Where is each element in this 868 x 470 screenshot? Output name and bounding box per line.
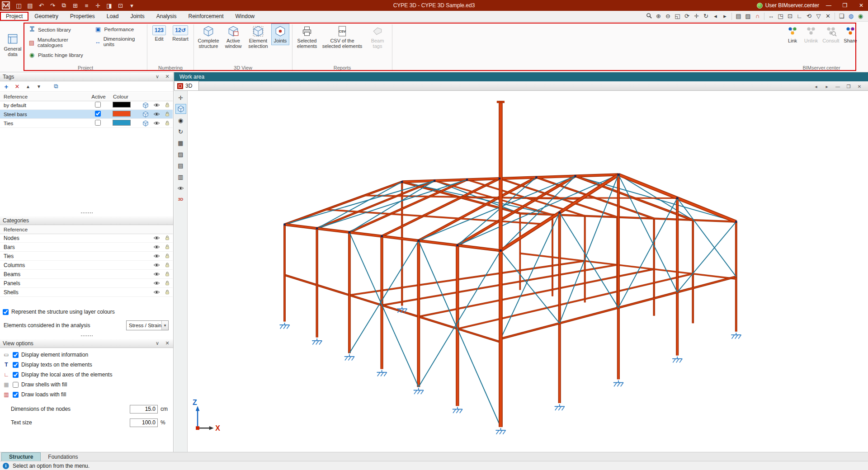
tag-view3d-icon[interactable] <box>140 102 151 108</box>
tag-visible-icon[interactable] <box>151 121 162 126</box>
shells-fill-checkbox[interactable] <box>13 382 19 388</box>
category-lock-icon[interactable] <box>162 262 173 268</box>
refresh-icon[interactable]: ⟲ <box>804 13 814 19</box>
numbering-restart-button[interactable]: 12↺ Restart <box>170 24 191 43</box>
node-dimensions-input[interactable] <box>130 405 158 414</box>
analysis-elements-select[interactable]: Stress / Strain ▾ <box>126 320 169 330</box>
tag-active-checkbox[interactable] <box>95 120 101 126</box>
next-window-button[interactable]: ▸ <box>822 83 832 90</box>
coordinate-axes-icon[interactable]: ✛ <box>175 93 186 103</box>
category-lock-icon[interactable] <box>162 235 173 241</box>
category-visible-icon[interactable] <box>151 235 162 240</box>
tags-close-icon[interactable]: ✕ <box>164 74 170 80</box>
category-lock-icon[interactable] <box>162 280 173 286</box>
scale-icon[interactable]: ⊡ <box>785 13 795 19</box>
pan-icon[interactable]: ✛ <box>692 13 701 19</box>
grid-icon[interactable]: ▤ <box>175 160 186 170</box>
ortho-icon[interactable]: ∟ <box>795 13 804 19</box>
save-icon[interactable]: ◫ <box>14 2 24 9</box>
print-icon[interactable]: ▤ <box>25 2 35 9</box>
close-button[interactable]: ✕ <box>854 0 868 11</box>
restore-button[interactable]: ❐ <box>838 0 852 11</box>
add-tag-button[interactable]: + <box>2 83 11 90</box>
undo-icon[interactable]: ↶ <box>36 2 47 9</box>
tag-lock-icon[interactable] <box>162 111 173 117</box>
orbit-icon[interactable]: ↻ <box>701 13 711 19</box>
tile-windows-icon[interactable]: ❏ <box>837 13 846 19</box>
move-tag-down-button[interactable]: ▼ <box>34 84 43 89</box>
measure-icon[interactable]: ↔ <box>766 13 776 19</box>
manufacturer-catalogues-button[interactable]: ▤ Manufacturer catalogues <box>27 37 93 48</box>
category-lock-icon[interactable] <box>162 253 173 259</box>
joints-view-button[interactable]: Joints <box>271 24 289 45</box>
rotate-view-icon[interactable]: ↻ <box>175 127 186 136</box>
category-visible-icon[interactable] <box>151 254 162 258</box>
local-axes-checkbox[interactable] <box>13 372 19 378</box>
element-selection-button[interactable]: Element selection <box>246 24 270 51</box>
tag-row-ties[interactable]: Ties <box>0 119 173 128</box>
magnet-icon[interactable]: ∩ <box>753 13 762 19</box>
dimensioning-units-button[interactable]: ↔ Dimensioning units <box>93 36 144 47</box>
category-row-ties[interactable]: Ties <box>0 252 173 261</box>
menu-joints[interactable]: Joints <box>124 12 150 21</box>
results-table-icon[interactable]: ▦ <box>175 138 186 148</box>
bimserver-sync-icon[interactable]: ◉ <box>856 13 865 19</box>
restore-view-button[interactable]: ❐ <box>844 83 854 90</box>
category-row-columns[interactable]: Columns <box>0 261 173 270</box>
view-options-collapse-icon[interactable]: ∨ <box>154 340 160 346</box>
qat-dropdown-icon[interactable]: ▾ <box>127 2 137 9</box>
tab-foundations[interactable]: Foundations <box>41 452 85 461</box>
bim-share-button[interactable]: Share <box>842 24 859 45</box>
category-lock-icon[interactable] <box>162 244 173 250</box>
category-lock-icon[interactable] <box>162 271 173 277</box>
panel-icon[interactable]: ◨ <box>104 2 114 9</box>
category-visible-icon[interactable] <box>151 263 162 268</box>
text-size-input[interactable] <box>130 418 158 427</box>
csv-report-button[interactable]: CSV CSV of the selected elements <box>321 24 364 51</box>
panel-splitter[interactable] <box>0 334 173 337</box>
bimserver-user[interactable]: User BIMserver.center <box>757 2 819 9</box>
grid-icon[interactable]: ⊞ <box>70 2 80 9</box>
menu-analysis[interactable]: Analysis <box>151 12 183 21</box>
zoom-window-icon[interactable]: ◱ <box>673 13 682 19</box>
tag-view3d-icon[interactable] <box>140 120 151 127</box>
complete-structure-button[interactable]: Complete structure <box>197 24 220 51</box>
category-row-nodes[interactable]: Nodes <box>0 234 173 243</box>
menu-reinforcement[interactable]: Reinforcement <box>183 12 230 21</box>
tag-active-checkbox[interactable] <box>95 102 101 108</box>
tab-structure[interactable]: Structure <box>1 452 41 461</box>
tag-colour-swatch[interactable] <box>113 120 131 126</box>
category-row-panels[interactable]: Panels <box>0 279 173 288</box>
tag-colour-swatch[interactable] <box>113 111 131 117</box>
layers-icon[interactable]: ▥ <box>175 172 186 182</box>
move-tag-up-button[interactable]: ▲ <box>24 84 33 89</box>
tag-row-steel-bars[interactable]: Steel bars <box>0 110 173 119</box>
view-3d-icon[interactable]: 3D <box>175 194 186 204</box>
redo-icon[interactable]: ↷ <box>47 2 58 9</box>
category-row-shells[interactable]: Shells <box>0 288 173 297</box>
category-visible-icon[interactable] <box>151 272 162 277</box>
selected-elements-report-button[interactable]: Selected elements <box>295 24 319 51</box>
3d-viewport[interactable]: Z X <box>188 91 868 452</box>
tag-row-by-default[interactable]: by default <box>0 101 173 110</box>
menu-window[interactable]: Window <box>230 12 261 21</box>
category-visible-icon[interactable] <box>151 290 162 295</box>
copy-icon[interactable]: ⧉ <box>59 2 69 9</box>
layer-colours-checkbox[interactable] <box>3 309 9 315</box>
tag-lock-icon[interactable] <box>162 102 173 108</box>
element-info-checkbox[interactable] <box>13 352 19 358</box>
bimserver-globe-icon[interactable]: ◍ <box>846 13 856 19</box>
section-library-button[interactable]: Section library <box>27 25 93 34</box>
panel-splitter[interactable] <box>0 212 173 214</box>
performance-button[interactable]: ▣ Performance <box>93 25 144 33</box>
fullscreen-icon[interactable]: ◳ <box>776 13 785 19</box>
prev-window-button[interactable]: ◂ <box>811 83 821 90</box>
zoom-in-icon[interactable]: ⊕ <box>654 13 663 19</box>
menu-project[interactable]: Project <box>0 12 28 21</box>
move-icon[interactable]: ✛ <box>93 2 103 9</box>
views-cube-icon[interactable] <box>175 104 186 114</box>
minimize-button[interactable]: — <box>822 0 835 11</box>
chart-icon[interactable]: ▨ <box>175 149 186 159</box>
tab-3d[interactable]: 3D <box>174 81 199 90</box>
tag-visible-icon[interactable] <box>151 103 162 108</box>
